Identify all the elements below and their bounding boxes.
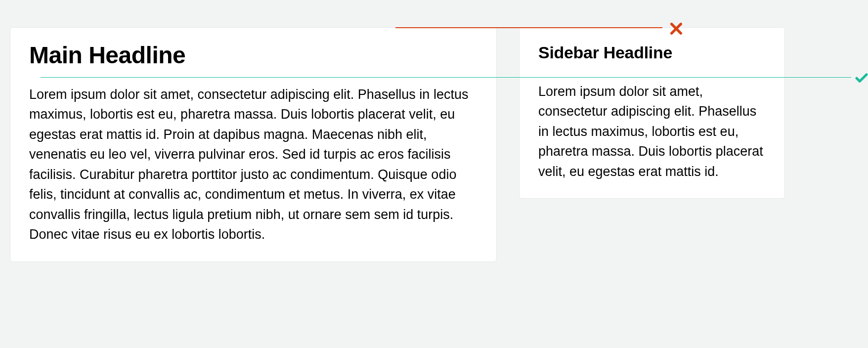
check-icon [854, 70, 868, 85]
layout-container: Main Headline Lorem ipsum dolor sit amet… [10, 10, 858, 262]
sidebar-card: Sidebar Headline Lorem ipsum dolor sit a… [519, 27, 785, 199]
sidebar-headline: Sidebar Headline [538, 43, 766, 63]
main-headline: Main Headline [29, 43, 477, 69]
sidebar-body-text: Lorem ipsum dolor sit amet, consectetur … [538, 82, 766, 182]
main-body-text: Lorem ipsum dolor sit amet, consectetur … [29, 85, 477, 245]
correct-alignment-line [41, 77, 851, 78]
incorrect-alignment-line [395, 27, 662, 28]
main-card: Main Headline Lorem ipsum dolor sit amet… [10, 27, 497, 262]
x-icon [668, 21, 684, 37]
